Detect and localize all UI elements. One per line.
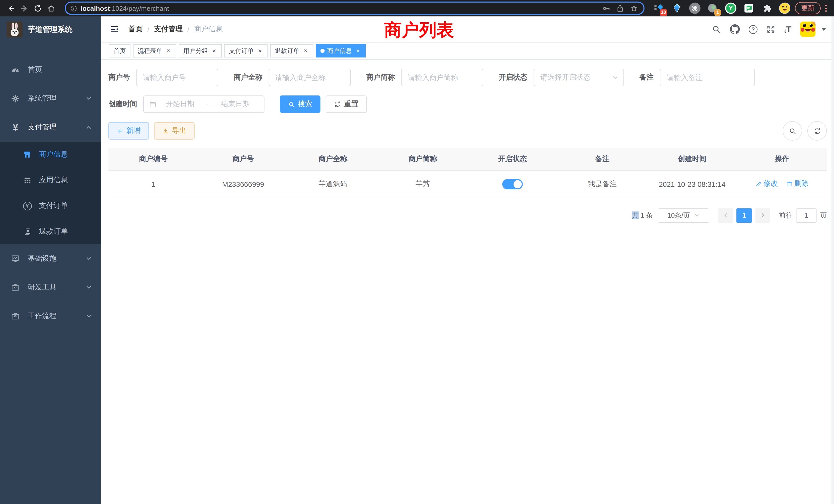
short-name-label: 商户简称 — [366, 73, 395, 82]
reset-button[interactable]: 重置 — [326, 95, 367, 113]
site-info-icon[interactable] — [70, 4, 78, 12]
prev-page-button[interactable] — [718, 208, 733, 223]
sidebar-item-refund-order[interactable]: 退款订单 — [0, 219, 101, 244]
url-text: localhost:1024/pay/merchant — [81, 4, 169, 12]
search-button[interactable]: 搜索 — [280, 95, 321, 113]
url-bar[interactable]: localhost:1024/pay/merchant — [65, 2, 644, 15]
toolbox-icon — [10, 312, 21, 321]
cell-status — [467, 170, 557, 198]
help-icon[interactable]: ? — [749, 25, 758, 33]
browser-update-button[interactable]: 更新 — [795, 2, 821, 14]
cell-actions: 修改 删除 — [737, 170, 827, 198]
close-icon[interactable]: × — [257, 48, 263, 54]
tab-merchant-info[interactable]: 商户信息× — [316, 44, 366, 58]
col-short-name: 商户简称 — [378, 148, 467, 170]
create-time-range-picker[interactable]: 开始日期 - 结束日期 — [143, 95, 264, 113]
refresh-table-button[interactable] — [807, 121, 827, 141]
sidebar-item-app-info[interactable]: 应用信息 — [0, 167, 101, 193]
extension-green-square-icon[interactable] — [743, 2, 755, 14]
extension-command-icon[interactable]: ⌘ — [689, 2, 701, 14]
sidebar-item-pay-order[interactable]: ¥ 支付订单 — [0, 193, 101, 219]
tab-user-group[interactable]: 用户分组× — [179, 44, 222, 58]
extension-diamond-icon[interactable]: 10 — [653, 2, 665, 14]
profile-avatar[interactable] — [778, 2, 791, 14]
full-name-input[interactable] — [269, 69, 351, 86]
user-avatar[interactable] — [800, 22, 815, 37]
remark-label: 备注 — [639, 73, 654, 82]
tab-home[interactable]: 首页 — [109, 44, 130, 58]
sidebar-menu: 首页 系统管理 ¥ 支付管理 — [0, 55, 101, 330]
remark-input[interactable] — [660, 69, 755, 86]
avatar-caret-icon[interactable] — [821, 28, 826, 31]
breadcrumb-home[interactable]: 首页 — [128, 25, 143, 34]
bookmark-star-icon[interactable] — [630, 4, 638, 13]
font-size-icon[interactable]: tT — [784, 25, 791, 33]
delete-button[interactable]: 删除 — [786, 179, 809, 189]
add-button[interactable]: 新增 — [108, 122, 149, 140]
search-form-row-2: 创建时间 开始日期 - 结束日期 搜索 重置 — [108, 95, 827, 113]
end-date-placeholder[interactable]: 结束日期 — [212, 99, 259, 109]
status-toggle[interactable] — [502, 179, 523, 189]
next-page-button[interactable] — [755, 208, 770, 223]
edit-button[interactable]: 修改 — [755, 179, 778, 189]
logo-rabbit-image — [7, 21, 23, 37]
search-icon[interactable] — [712, 25, 721, 34]
sidebar-collapse-icon[interactable] — [109, 24, 120, 35]
share-icon[interactable] — [616, 4, 624, 13]
sidebar-submenu-pay: 商户信息 应用信息 ¥ 支付订单 — [0, 142, 101, 244]
close-icon[interactable]: × — [166, 48, 172, 54]
github-icon[interactable] — [730, 24, 740, 35]
sidebar-item-pay[interactable]: ¥ 支付管理 — [0, 113, 101, 142]
export-button[interactable]: 导出 — [154, 122, 195, 140]
sidebar-item-workflow[interactable]: 工作流程 — [0, 302, 101, 330]
password-key-icon[interactable] — [602, 4, 611, 13]
extension-kite-icon[interactable] — [671, 2, 683, 14]
back-icon[interactable] — [4, 2, 18, 15]
sidebar-item-infra[interactable]: 基础设施 — [0, 244, 101, 273]
page-scrollbar[interactable] — [831, 17, 834, 504]
tab-pay-order[interactable]: 支付订单× — [224, 44, 267, 58]
browser-menu-icon[interactable] — [822, 2, 830, 14]
start-date-placeholder[interactable]: 开始日期 — [157, 99, 203, 109]
chevron-down-icon — [612, 74, 618, 81]
goto-page-input[interactable] — [796, 208, 816, 223]
page-size-select[interactable]: 10条/页 — [658, 208, 709, 223]
home-icon[interactable] — [44, 2, 58, 15]
tab-process-form[interactable]: 流程表单× — [133, 44, 176, 58]
chevron-down-icon — [86, 284, 92, 291]
forward-icon[interactable] — [18, 2, 31, 15]
app-title: 芋道管理系统 — [28, 24, 72, 34]
refresh-icon — [813, 127, 821, 135]
sidebar-item-home[interactable]: 首页 — [0, 55, 101, 84]
extension-badge: 10 — [660, 9, 667, 16]
extension-badge: 1 — [714, 9, 721, 16]
cell-full-name: 芋道源码 — [288, 170, 378, 198]
sidebar-logo[interactable]: 芋道管理系统 — [0, 17, 101, 42]
merchant-no-input[interactable] — [136, 69, 218, 86]
close-icon[interactable]: × — [211, 48, 217, 54]
edit-pencil-icon — [755, 181, 762, 187]
sidebar-item-merchant-info[interactable]: 商户信息 — [0, 142, 101, 167]
table-grid-icon — [22, 176, 32, 184]
status-select[interactable]: 请选择开启状态 — [533, 69, 624, 86]
fullscreen-icon[interactable] — [766, 25, 775, 34]
close-icon[interactable]: × — [303, 48, 309, 54]
breadcrumb-pay[interactable]: 支付管理 — [154, 25, 183, 34]
sidebar-item-dev-tools[interactable]: 研发工具 — [0, 273, 101, 302]
extension-dot-icon[interactable]: 1 — [707, 2, 719, 14]
extension-y-icon[interactable]: Y — [725, 2, 737, 14]
short-name-input[interactable] — [401, 69, 483, 86]
reload-icon[interactable] — [31, 2, 44, 15]
col-actions: 操作 — [737, 148, 827, 170]
page-number-1[interactable]: 1 — [737, 208, 752, 223]
browser-toolbar: localhost:1024/pay/merchant 10 ⌘ 1 — [0, 0, 834, 17]
download-icon — [162, 128, 169, 134]
extensions-puzzle-icon[interactable] — [761, 2, 773, 14]
close-icon[interactable]: × — [355, 48, 361, 54]
sidebar-item-system[interactable]: 系统管理 — [0, 84, 101, 113]
monitor-icon — [10, 254, 21, 263]
top-navbar: 首页 / 支付管理 / 商户信息 ? — [101, 17, 834, 42]
show-search-button[interactable] — [783, 121, 802, 141]
tab-refund-order[interactable]: 退款订单× — [270, 44, 313, 58]
col-create-time: 创建时间 — [647, 148, 737, 170]
